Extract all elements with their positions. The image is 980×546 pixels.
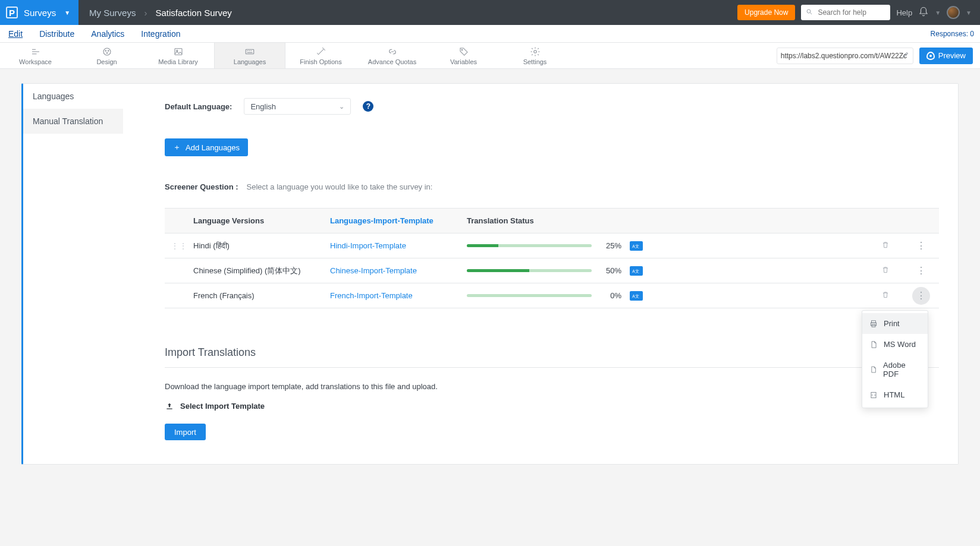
table-header: Language Versions Languages-Import-Templ… [165, 209, 939, 233]
workspace-icon [30, 46, 41, 57]
screener-row: Screener Question : Select a language yo… [165, 182, 939, 191]
divider [165, 367, 939, 368]
upload-icon [165, 402, 174, 411]
caret-down-icon: ▼ [64, 10, 70, 16]
drag-handle-icon[interactable]: ⋮⋮ [165, 241, 193, 251]
add-languages-label: Add Languages [186, 143, 240, 152]
import-template-link[interactable]: Hindi-Import-Template [330, 241, 467, 250]
row-actions-menu: Print MS Word Adobe PDF HTML [862, 310, 928, 408]
topbar: P Surveys ▼ My Surveys › Satisfaction Su… [0, 0, 980, 25]
pencil-icon[interactable] [902, 51, 909, 60]
tool-label: Media Library [158, 58, 198, 65]
brand-label: Surveys [24, 8, 56, 18]
auto-translate-badge-icon[interactable]: A文 [630, 291, 643, 301]
more-actions-button[interactable]: ⋮ [903, 240, 939, 251]
tool-design[interactable]: Design [71, 43, 143, 68]
auto-translate-badge-icon[interactable]: A文 [630, 241, 643, 251]
delete-button[interactable] [868, 240, 903, 252]
html-icon [869, 391, 878, 399]
upgrade-button[interactable]: Upgrade Now [737, 5, 795, 20]
screener-text: Select a language you would like to take… [247, 182, 433, 191]
import-description: Download the language import template, a… [165, 382, 939, 391]
import-template-link[interactable]: French-Import-Template [330, 291, 467, 300]
menu-item-msword[interactable]: MS Word [862, 334, 928, 355]
more-actions-button[interactable]: ⋮ [903, 265, 939, 276]
menu-label: Adobe PDF [883, 361, 921, 378]
help-search[interactable] [801, 5, 890, 20]
progress-bar [467, 244, 592, 247]
translation-status: 25% A文 [467, 241, 669, 251]
default-language-select[interactable]: English ⌄ [244, 98, 351, 115]
tool-media-library[interactable]: Media Library [143, 43, 214, 68]
breadcrumb-survey-title: Satisfaction Survey [155, 8, 231, 18]
add-languages-button[interactable]: ＋ Add Languages [165, 138, 248, 156]
wand-icon [316, 46, 326, 57]
notifications-bell-icon[interactable] [918, 7, 929, 19]
table-row: French (Français) French-Import-Template… [165, 283, 939, 308]
tool-advance-quotas[interactable]: Advance Quotas [357, 43, 428, 68]
menu-item-html[interactable]: HTML [862, 384, 928, 405]
responses-count[interactable]: Responses: 0 [931, 30, 974, 38]
help-link[interactable]: Help [896, 8, 912, 17]
search-icon [806, 8, 813, 17]
svg-rect-5 [175, 48, 182, 55]
word-icon [869, 340, 878, 349]
tool-finish-options[interactable]: Finish Options [285, 43, 357, 68]
tool-label: Advance Quotas [368, 58, 416, 65]
svg-rect-13 [872, 320, 876, 323]
select-import-template[interactable]: Select Import Template [165, 402, 939, 411]
screener-label: Screener Question : [165, 182, 238, 191]
col-import-template-link[interactable]: Languages-Import-Template [330, 216, 467, 225]
side-item-manual-translation[interactable]: Manual Translation [23, 109, 123, 134]
tab-edit[interactable]: Edit [8, 29, 23, 39]
side-item-languages[interactable]: Languages [23, 84, 123, 109]
tool-label: Settings [523, 58, 547, 65]
user-avatar[interactable] [947, 6, 960, 19]
tool-variables[interactable]: Variables [428, 43, 500, 68]
tag-icon [458, 46, 469, 57]
gear-icon [530, 46, 541, 57]
topbar-right: Upgrade Now Help ▼ ▼ [737, 5, 980, 20]
menu-item-print[interactable]: Print [862, 313, 928, 334]
menu-label: HTML [884, 390, 904, 399]
tab-distribute[interactable]: Distribute [39, 29, 74, 39]
tool-label: Variables [450, 58, 477, 65]
select-import-label: Select Import Template [180, 402, 265, 411]
table-row: Chinese (Simplified) (简体中文) Chinese-Impo… [165, 258, 939, 283]
svg-rect-7 [246, 49, 254, 54]
tool-workspace[interactable]: Workspace [0, 43, 71, 68]
breadcrumb: My Surveys › Satisfaction Survey [78, 8, 232, 18]
svg-text:A文: A文 [632, 269, 639, 273]
more-actions-button[interactable]: ⋮ [912, 287, 930, 305]
svg-point-2 [105, 50, 106, 51]
brand-switcher[interactable]: P Surveys ▼ [0, 0, 78, 25]
table-row: ⋮⋮ Hindi (हिंदी) Hindi-Import-Template 2… [165, 233, 939, 258]
caret-down-icon: ▼ [966, 10, 972, 16]
help-icon[interactable]: ? [363, 101, 373, 112]
import-template-link[interactable]: Chinese-Import-Template [330, 266, 467, 275]
breadcrumb-separator-icon: › [144, 8, 147, 18]
languages-panel: Languages Manual Translation Default Lan… [21, 83, 959, 465]
menu-label: MS Word [884, 340, 916, 349]
tool-settings[interactable]: Settings [500, 43, 571, 68]
tool-label: Languages [234, 58, 266, 65]
default-language-row: Default Language: English ⌄ ? [165, 98, 939, 115]
main-tabs: Edit Distribute Analytics Integration Re… [0, 25, 980, 43]
menu-item-pdf[interactable]: Adobe PDF [862, 355, 928, 384]
tab-integration[interactable]: Integration [141, 29, 180, 39]
default-language-label: Default Language: [165, 102, 232, 111]
delete-button[interactable] [868, 265, 903, 277]
plus-icon: ＋ [173, 142, 181, 153]
auto-translate-badge-icon[interactable]: A文 [630, 266, 643, 276]
svg-point-3 [108, 50, 109, 51]
col-language-versions: Language Versions [193, 216, 330, 225]
preview-button[interactable]: Preview [919, 48, 973, 64]
survey-url-box[interactable]: https://labs2.questionpro.com/t/AW22Zc [777, 48, 913, 64]
help-search-input[interactable] [816, 8, 885, 17]
import-button[interactable]: Import [165, 424, 206, 440]
tool-languages[interactable]: Languages [214, 43, 285, 68]
edit-toolbar: Workspace Design Media Library Languages… [0, 43, 980, 69]
delete-button[interactable] [868, 290, 903, 302]
tab-analytics[interactable]: Analytics [91, 29, 124, 39]
breadcrumb-my-surveys[interactable]: My Surveys [89, 8, 136, 18]
